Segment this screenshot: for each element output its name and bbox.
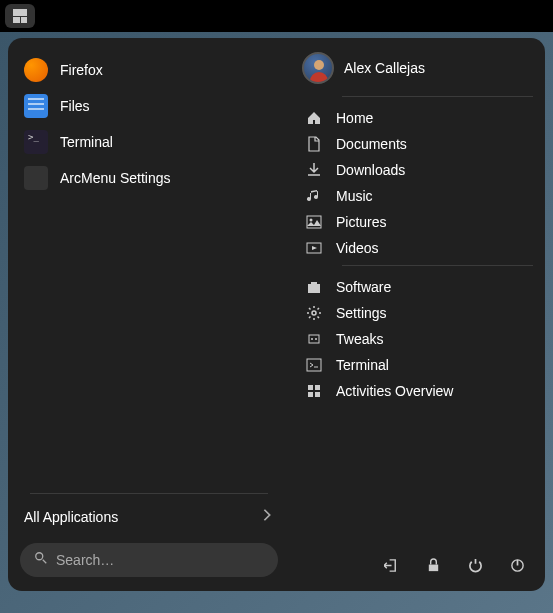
svg-point-7: [311, 338, 313, 340]
system-activities[interactable]: Activities Overview: [302, 378, 533, 404]
files-icon: [24, 94, 48, 118]
system-terminal[interactable]: Terminal: [302, 352, 533, 378]
left-column: Firefox Files Terminal ArcMenu Settings …: [20, 52, 290, 577]
system-label: Tweaks: [336, 331, 383, 347]
chevron-right-icon: [260, 508, 274, 525]
svg-rect-13: [315, 392, 320, 397]
system-tweaks[interactable]: Tweaks: [302, 326, 533, 352]
right-column: Alex Callejas Home Documents Downloads M…: [290, 52, 533, 577]
picture-icon: [306, 214, 322, 230]
search-input[interactable]: [56, 552, 264, 568]
svg-rect-1: [307, 216, 321, 228]
home-icon: [306, 110, 322, 126]
download-icon: [306, 162, 322, 178]
place-downloads[interactable]: Downloads: [302, 157, 533, 183]
svg-rect-4: [308, 284, 320, 293]
divider: [342, 265, 533, 266]
svg-rect-14: [428, 564, 437, 571]
place-label: Videos: [336, 240, 379, 256]
lock-button[interactable]: [421, 553, 445, 577]
avatar: [302, 52, 334, 84]
search-box[interactable]: [20, 543, 278, 577]
arc-menu-panel: Firefox Files Terminal ArcMenu Settings …: [8, 38, 545, 591]
user-section[interactable]: Alex Callejas: [302, 52, 533, 84]
svg-rect-12: [308, 392, 313, 397]
place-pictures[interactable]: Pictures: [302, 209, 533, 235]
place-label: Music: [336, 188, 373, 204]
grid-icon: [13, 9, 27, 23]
place-label: Home: [336, 110, 373, 126]
app-label: ArcMenu Settings: [60, 170, 171, 186]
svg-point-0: [36, 553, 43, 560]
svg-rect-10: [308, 385, 313, 390]
software-icon: [306, 279, 322, 295]
app-label: Firefox: [60, 62, 103, 78]
svg-rect-9: [307, 359, 321, 371]
system-settings[interactable]: Settings: [302, 300, 533, 326]
arcmenu-icon: [24, 166, 48, 190]
all-apps-label: All Applications: [24, 509, 118, 525]
app-terminal[interactable]: Terminal: [20, 124, 278, 160]
activities-icon: [306, 383, 322, 399]
place-music[interactable]: Music: [302, 183, 533, 209]
divider: [30, 493, 268, 494]
search-icon: [34, 551, 48, 569]
place-label: Documents: [336, 136, 407, 152]
svg-rect-6: [309, 335, 319, 343]
app-firefox[interactable]: Firefox: [20, 52, 278, 88]
tweaks-icon: [306, 331, 322, 347]
system-label: Software: [336, 279, 391, 295]
user-name: Alex Callejas: [344, 60, 425, 76]
place-videos[interactable]: Videos: [302, 235, 533, 261]
system-label: Settings: [336, 305, 387, 321]
firefox-icon: [24, 58, 48, 82]
topbar: [0, 0, 553, 32]
system-software[interactable]: Software: [302, 274, 533, 300]
all-applications-button[interactable]: All Applications: [20, 500, 278, 533]
terminal-sym-icon: [306, 357, 322, 373]
pinned-apps-list: Firefox Files Terminal ArcMenu Settings: [20, 52, 278, 487]
activities-launcher[interactable]: [5, 4, 35, 28]
svg-point-2: [310, 219, 313, 222]
place-documents[interactable]: Documents: [302, 131, 533, 157]
power-row: [302, 545, 533, 577]
place-home[interactable]: Home: [302, 105, 533, 131]
system-label: Terminal: [336, 357, 389, 373]
app-files[interactable]: Files: [20, 88, 278, 124]
document-icon: [306, 136, 322, 152]
gear-icon: [306, 305, 322, 321]
shutdown-button[interactable]: [505, 553, 529, 577]
app-label: Terminal: [60, 134, 113, 150]
music-icon: [306, 188, 322, 204]
divider: [342, 96, 533, 97]
terminal-icon: [24, 130, 48, 154]
logout-button[interactable]: [379, 553, 403, 577]
svg-rect-11: [315, 385, 320, 390]
video-icon: [306, 240, 322, 256]
app-arcmenu-settings[interactable]: ArcMenu Settings: [20, 160, 278, 196]
place-label: Downloads: [336, 162, 405, 178]
restart-button[interactable]: [463, 553, 487, 577]
app-label: Files: [60, 98, 90, 114]
svg-point-5: [312, 311, 316, 315]
place-label: Pictures: [336, 214, 387, 230]
system-label: Activities Overview: [336, 383, 453, 399]
svg-point-8: [315, 338, 317, 340]
